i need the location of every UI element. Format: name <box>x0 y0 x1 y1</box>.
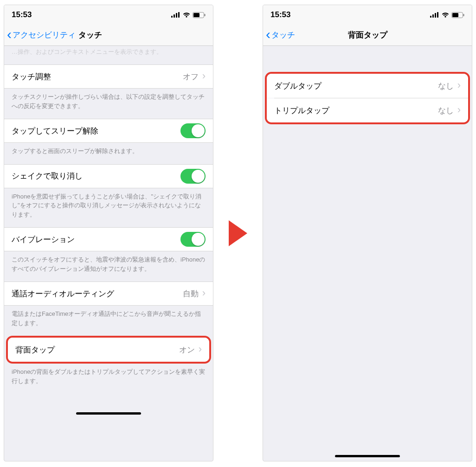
highlighted-group: ダブルタップ なし › トリプルタップ なし › <box>265 72 470 124</box>
wifi-icon <box>441 12 450 18</box>
svg-rect-6 <box>205 14 206 16</box>
svg-rect-0 <box>171 16 173 18</box>
cellular-icon <box>430 12 439 18</box>
svg-rect-13 <box>463 14 464 16</box>
row-footer: このスイッチをオフにすると、地震や津波の緊急速報を含め、iPhoneのすべてのバ… <box>4 251 213 281</box>
back-label: アクセシビリティ <box>13 30 76 40</box>
svg-rect-2 <box>176 13 177 18</box>
back-label: タッチ <box>271 30 295 40</box>
home-indicator <box>335 455 400 457</box>
row-footer: 電話またはFaceTimeオーディオ通話中にどこから音声が聞こえるか指定します。 <box>4 306 213 336</box>
status-icons <box>171 12 206 18</box>
row-footer: iPhoneを意図せず振ってしまうことが多い場合は、"シェイクで取り消し"をオフ… <box>4 188 213 228</box>
home-indicator <box>76 412 141 415</box>
row-call-audio-routing[interactable]: 通話オーディオルーティング 自動 › <box>4 281 213 306</box>
status-bar: 15:53 <box>263 5 472 25</box>
row-label: ダブルタップ <box>274 81 322 91</box>
row-label: タップしてスリープ解除 <box>12 126 98 136</box>
chevron-right-icon: › <box>457 104 461 116</box>
battery-icon <box>451 12 464 18</box>
chevron-left-icon: ‹ <box>266 27 270 41</box>
svg-rect-8 <box>432 14 434 18</box>
row-footer: タップすると画面のスリープが解除されます。 <box>4 143 213 164</box>
row-value: なし <box>438 105 454 116</box>
toggle-switch[interactable] <box>180 169 206 184</box>
highlighted-row: 背面タップ オン › <box>6 336 211 364</box>
row-label: 背面タップ <box>15 345 55 355</box>
row-label: トリプルタップ <box>274 105 329 116</box>
row-back-tap[interactable]: 背面タップ オン › <box>8 338 209 362</box>
nav-title: タッチ <box>78 30 102 40</box>
back-button[interactable]: ‹ タッチ <box>266 29 295 41</box>
svg-rect-7 <box>430 16 431 18</box>
row-tap-to-wake[interactable]: タップしてスリープ解除 <box>4 119 213 143</box>
left-screen: 15:53 ‹ アクセシビリティ タッチ …操作、およびコンテキストメニューを表… <box>4 5 213 461</box>
row-value: なし <box>438 81 454 91</box>
row-double-tap[interactable]: ダブルタップ なし › <box>267 74 468 98</box>
row-label: 通話オーディオルーティング <box>12 288 114 299</box>
chevron-right-icon: › <box>457 79 461 91</box>
row-shake-to-undo[interactable]: シェイクで取り消し <box>4 164 213 188</box>
right-screen: 15:53 ‹ タッチ 背面タップ ダブルタップ なし › <box>263 5 472 461</box>
svg-rect-10 <box>437 12 438 18</box>
cutoff-footer: …操作、およびコンテキストメニューを表示できます。 <box>4 46 213 61</box>
row-label: バイブレーション <box>12 234 75 245</box>
row-label: タッチ調整 <box>12 71 51 82</box>
svg-rect-3 <box>178 12 180 18</box>
chevron-right-icon: › <box>199 343 202 355</box>
nav-bar: ‹ タッチ 背面タップ <box>263 25 472 46</box>
content: …操作、およびコンテキストメニューを表示できます。 タッチ調整 オフ › タッチ… <box>4 46 213 461</box>
wifi-icon <box>182 12 191 18</box>
content: ダブルタップ なし › トリプルタップ なし › <box>263 46 472 449</box>
row-touch-accommodations[interactable]: タッチ調整 オフ › <box>4 64 213 89</box>
svg-rect-12 <box>452 13 458 17</box>
cellular-icon <box>171 12 180 18</box>
arrow-right-icon <box>229 220 247 246</box>
row-footer: iPhoneの背面をダブルまたはトリプルタップしてアクションを素早く実行します。 <box>4 364 213 394</box>
battery-icon <box>193 12 206 18</box>
toggle-switch[interactable] <box>180 123 206 138</box>
status-icons <box>430 12 464 18</box>
status-time: 15:53 <box>270 10 290 19</box>
row-footer: タッチスクリーンが操作しづらい場合は、以下の設定を調整してタッチへの反応を変更で… <box>4 89 213 119</box>
row-value: 自動 <box>183 288 199 299</box>
row-value: オン <box>179 345 195 355</box>
nav-bar: ‹ アクセシビリティ タッチ <box>4 25 213 46</box>
row-vibration[interactable]: バイブレーション <box>4 227 213 251</box>
svg-rect-5 <box>193 13 199 17</box>
row-value: オフ <box>183 71 199 82</box>
svg-rect-9 <box>435 13 436 18</box>
chevron-right-icon: › <box>202 70 206 82</box>
toggle-switch[interactable] <box>180 232 206 247</box>
chevron-left-icon: ‹ <box>7 27 12 41</box>
row-triple-tap[interactable]: トリプルタップ なし › <box>267 98 468 122</box>
status-time: 15:53 <box>12 10 32 19</box>
row-label: シェイクで取り消し <box>12 171 83 181</box>
chevron-right-icon: › <box>202 287 206 299</box>
svg-rect-1 <box>174 14 175 18</box>
status-bar: 15:53 <box>4 5 213 25</box>
back-button[interactable]: ‹ アクセシビリティ <box>7 29 76 41</box>
